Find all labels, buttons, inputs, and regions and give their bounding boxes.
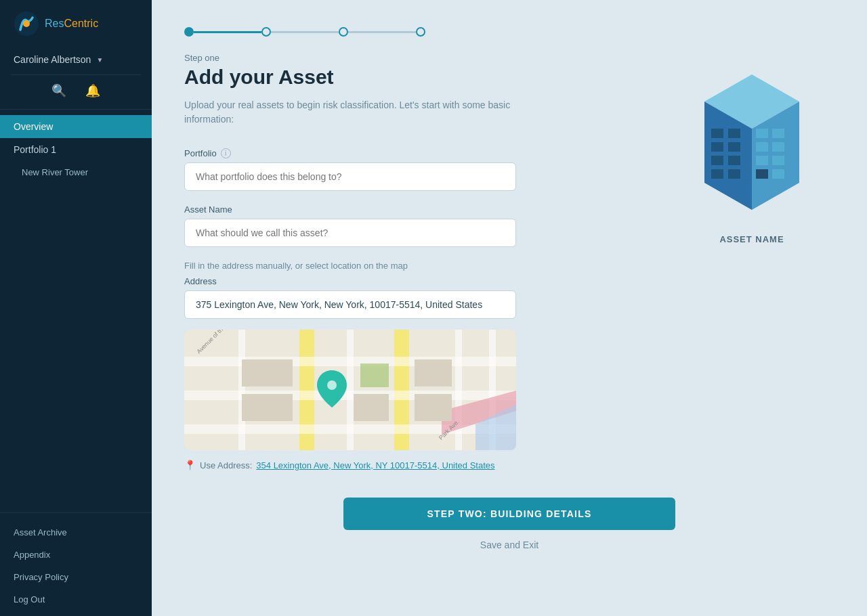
progress-line-1 [194,31,261,33]
portfolio-input[interactable] [184,162,516,191]
map-container[interactable]: Avenue of the Am... E 53rd St. Park Ave.… [184,330,516,450]
svg-rect-36 [728,156,740,165]
main-content: Step one Add your Asset Upload your real… [152,0,867,616]
sidebar-item-privacy-policy[interactable]: Privacy Policy [0,566,152,588]
svg-rect-40 [772,129,784,138]
svg-rect-17 [242,394,293,421]
logo-icon [14,11,39,37]
svg-rect-37 [711,169,723,179]
svg-rect-41 [756,142,768,152]
svg-rect-11 [184,391,516,400]
sidebar-item-appendix[interactable]: Appendix [0,544,152,566]
asset-name-input[interactable] [184,219,516,247]
progress-line-3 [348,31,416,33]
address-label: Address [184,276,523,286]
progress-step-4 [416,27,425,37]
svg-rect-38 [728,169,740,179]
asset-name-label: Asset Name [184,204,523,215]
user-menu[interactable]: Caroline Albertson ▼ [0,47,152,74]
bottom-actions: STEP TWO: BUILDING DETAILS Save and Exit [184,498,834,550]
progress-bar [184,27,834,37]
form-area: Step one Add your Asset Upload your real… [184,53,523,498]
sidebar: ResCentric Caroline Albertson ▼ 🔍 🔔 Over… [0,0,152,616]
svg-rect-20 [415,394,452,421]
svg-rect-32 [728,129,740,138]
sidebar-item-log-out[interactable]: Log Out [0,588,152,611]
logo: ResCentric [0,0,152,47]
bell-icon[interactable]: 🔔 [85,83,100,98]
address-hint: Fill in the address manually, or select … [184,261,523,271]
sidebar-nav: Overview Portfolio 1 New River Tower [0,115,152,512]
building-label: ASSET NAME [719,234,784,244]
chevron-down-icon: ▼ [96,56,103,64]
address-input[interactable] [184,290,516,319]
sidebar-item-portfolio1[interactable]: Portfolio 1 [0,138,152,161]
building-illustration: ASSET NAME [691,61,813,244]
portfolio-label: Portfolio i [184,148,523,158]
logo-centric: Centric [64,18,98,29]
svg-rect-18 [354,394,389,421]
divider2 [0,109,152,110]
svg-rect-15 [360,364,389,387]
svg-point-1 [23,20,30,27]
sidebar-item-overview[interactable]: Overview [0,115,152,138]
use-address-row: 📍 Use Address: 354 Lexington Ave, New Yo… [184,460,523,470]
sidebar-item-asset-archive[interactable]: Asset Archive [0,521,152,544]
step-label: Step one [184,53,523,63]
logo-res: Res [45,18,64,29]
svg-rect-39 [756,129,768,138]
search-icon[interactable]: 🔍 [51,83,66,98]
svg-rect-45 [756,169,768,179]
logo-text: ResCentric [45,18,98,30]
sidebar-bottom: Asset Archive Appendix Privacy Policy Lo… [0,512,152,616]
progress-line-2 [271,31,339,33]
step-two-button[interactable]: STEP TWO: BUILDING DETAILS [343,498,675,530]
svg-rect-43 [756,156,768,165]
svg-rect-31 [711,129,723,138]
progress-step-3 [339,27,348,37]
svg-rect-10 [184,357,516,366]
svg-rect-33 [711,142,723,152]
use-address-link[interactable]: 354 Lexington Ave, New York, NY 10017-55… [256,460,494,470]
portfolio-info-icon[interactable]: i [221,148,231,158]
progress-step-1 [184,27,194,37]
svg-rect-42 [772,142,784,152]
page-description: Upload your real assets to begin risk cl… [184,98,523,127]
map-pin-icon: 📍 [184,460,196,470]
svg-rect-16 [242,359,293,387]
use-address-prefix: Use Address: [200,460,252,470]
save-exit-button[interactable]: Save and Exit [480,540,538,550]
svg-rect-44 [772,156,784,165]
user-name: Caroline Albertson [14,54,91,65]
sidebar-item-new-river-tower[interactable]: New River Tower [0,161,152,183]
building-svg [691,61,813,223]
svg-rect-19 [415,359,452,387]
svg-point-27 [327,380,337,390]
sidebar-toolbar: 🔍 🔔 [0,83,152,109]
svg-rect-35 [711,156,723,165]
svg-rect-34 [728,142,740,152]
divider [11,74,141,75]
page-title: Add your Asset [184,66,523,89]
svg-rect-46 [772,169,784,179]
progress-step-2 [261,27,271,37]
map-svg: Avenue of the Am... E 53rd St. Park Ave.… [184,330,516,450]
